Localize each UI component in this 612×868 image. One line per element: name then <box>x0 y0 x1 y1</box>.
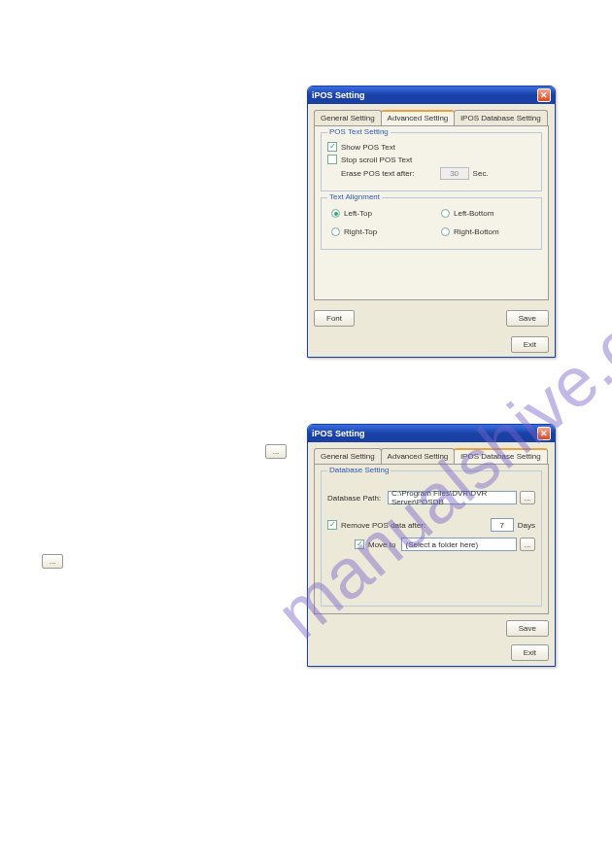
ipos-setting-dialog-advanced: iPOS Setting ✕ General Setting Advanced … <box>307 86 556 358</box>
radio-right-top[interactable] <box>331 227 340 236</box>
close-icon[interactable]: ✕ <box>537 88 551 102</box>
font-button[interactable]: Font <box>314 310 355 327</box>
row-remove-after: ✓ Remove POS data after: 7 Days <box>327 518 535 532</box>
row-stop-scroll: Stop scroll POS Text <box>327 155 535 164</box>
label-remove-after: Remove POS data after: <box>341 521 425 530</box>
label-stop-scroll: Stop scroll POS Text <box>341 156 412 164</box>
input-erase-seconds: 30 <box>440 167 469 180</box>
label-erase-after: Erase POS text after: <box>341 169 415 178</box>
tab-database[interactable]: iPOS Database Setting <box>454 448 547 464</box>
close-icon[interactable]: ✕ <box>537 427 551 440</box>
row-db-path: Database Path: C:\Program Files\DVR\DVR … <box>327 491 535 504</box>
label-right-bottom: Right-Bottom <box>454 227 499 236</box>
fieldset-database: Database Setting Database Path: C:\Progr… <box>321 470 542 607</box>
window-title: iPOS Setting <box>312 90 365 100</box>
titlebar: iPOS Setting ✕ <box>308 87 555 104</box>
browse-move-to-button[interactable]: ... <box>520 538 535 551</box>
radio-row-right-top: Right-Top <box>331 227 422 236</box>
legend-text-alignment: Text Alignment <box>327 192 382 201</box>
tab-advanced[interactable]: Advanced Setting <box>381 110 456 125</box>
dialog-body: General Setting Advanced Setting iPOS Da… <box>308 442 555 666</box>
label-sec: Sec. <box>473 169 489 178</box>
label-move-to: Move to <box>368 540 395 549</box>
window-title: iPOS Setting <box>312 429 365 438</box>
save-button[interactable]: Save <box>506 620 549 637</box>
exit-button[interactable]: Exit <box>511 336 549 353</box>
tab-content-advanced: POS Text Setting ✓ Show POS Text Stop sc… <box>314 125 549 300</box>
page-ellipsis-button-1[interactable]: ... <box>265 444 287 459</box>
label-left-bottom: Left-Bottom <box>454 209 493 218</box>
save-button[interactable]: Save <box>506 310 549 327</box>
radio-right-bottom[interactable] <box>441 227 450 236</box>
checkbox-stop-scroll[interactable] <box>327 155 337 164</box>
label-show-pos-text: Show POS Text <box>341 143 395 152</box>
tab-database[interactable]: iPOS Database Setting <box>454 110 547 125</box>
label-days: Days <box>518 521 535 530</box>
tabs: General Setting Advanced Setting iPOS Da… <box>314 110 549 125</box>
fieldset-text-alignment: Text Alignment Left-Top Left-Bottom Righ… <box>321 197 542 250</box>
legend-pos-text: POS Text Setting <box>327 127 391 136</box>
row-move-to: ✓ Move to (Select a folder here) ... <box>355 538 535 551</box>
tab-content-database: Database Setting Database Path: C:\Progr… <box>314 464 549 614</box>
label-right-top: Right-Top <box>344 227 377 236</box>
radio-left-top[interactable] <box>331 209 340 218</box>
checkbox-show-pos-text[interactable]: ✓ <box>327 142 337 152</box>
input-db-path[interactable]: C:\Program Files\DVR\DVR Server\POSDB <box>388 491 517 504</box>
dialog-body: General Setting Advanced Setting iPOS Da… <box>308 104 555 357</box>
tab-advanced[interactable]: Advanced Setting <box>381 448 456 464</box>
label-left-top: Left-Top <box>344 209 372 218</box>
label-db-path: Database Path: <box>327 494 388 503</box>
fieldset-pos-text: POS Text Setting ✓ Show POS Text Stop sc… <box>321 132 542 191</box>
radio-row-left-top: Left-Top <box>331 209 422 218</box>
tabs: General Setting Advanced Setting iPOS Da… <box>314 448 549 464</box>
exit-button[interactable]: Exit <box>511 644 549 661</box>
browse-db-path-button[interactable]: ... <box>520 491 535 504</box>
row-show-pos-text: ✓ Show POS Text <box>327 142 535 152</box>
ipos-setting-dialog-database: iPOS Setting ✕ General Setting Advanced … <box>307 424 556 667</box>
tab-general[interactable]: General Setting <box>314 448 382 464</box>
radio-row-left-bottom: Left-Bottom <box>441 209 531 218</box>
row-erase-after: Erase POS text after: 30 Sec. <box>341 167 535 180</box>
checkbox-move-to[interactable]: ✓ <box>355 539 364 549</box>
legend-database: Database Setting <box>327 466 391 474</box>
tab-general[interactable]: General Setting <box>314 110 382 125</box>
page-ellipsis-button-2[interactable]: ... <box>42 554 63 569</box>
input-remove-days[interactable]: 7 <box>491 518 514 532</box>
titlebar: iPOS Setting ✕ <box>308 425 555 442</box>
input-move-to[interactable]: (Select a folder here) <box>401 538 517 551</box>
radio-row-right-bottom: Right-Bottom <box>441 227 531 236</box>
radio-left-bottom[interactable] <box>441 209 450 218</box>
checkbox-remove-after[interactable]: ✓ <box>327 520 337 530</box>
